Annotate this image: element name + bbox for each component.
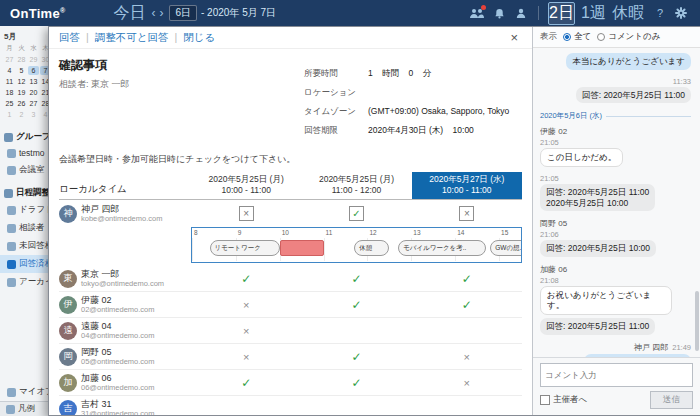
scrollbar[interactable]	[695, 50, 699, 355]
mini-calendar-day[interactable]: 28	[16, 55, 27, 64]
meeting-fields: 所要時間1 時間 0 分ロケーションタイムゾーン(GMT+09:00) Osak…	[304, 68, 522, 144]
range-start-button[interactable]: 6日	[169, 5, 197, 21]
today-button[interactable]: 今日	[113, 3, 145, 24]
mini-calendar-day[interactable]: 26	[16, 99, 27, 108]
comments-filter-bar: 表示 全て コメントのみ	[533, 27, 700, 48]
chat-message: 本当にありがとうございます	[540, 53, 691, 73]
to-organizer-checkbox[interactable]: 主催者へ	[540, 394, 587, 406]
mini-calendar-day[interactable]: 27	[4, 55, 15, 64]
field-label: 所要時間	[304, 68, 368, 80]
view-switcher: 2日1週休暇	[545, 2, 647, 25]
slot-header[interactable]: 2020年5月27日 (水)10:00 - 11:00	[412, 172, 522, 199]
check-mark: ✓	[191, 376, 301, 390]
chat-time: 21:05	[540, 138, 559, 147]
chat-author: 加藤 06	[540, 264, 567, 275]
user-icon[interactable]	[513, 5, 529, 21]
notification-badge	[481, 5, 486, 10]
help-button[interactable]: ?	[657, 7, 663, 19]
close-icon[interactable]: ×	[504, 29, 524, 46]
attendee-name: 加藤 06	[81, 373, 154, 383]
group-member-icon	[7, 149, 16, 158]
avatar: 加	[59, 374, 77, 392]
archive-icon	[7, 278, 16, 287]
answer-checkbox[interactable]: ×	[239, 206, 254, 221]
attendee-info: 東東京 一郎tokyo@ontimedemo.com	[59, 269, 191, 288]
mini-calendar-day[interactable]: 2	[16, 110, 27, 119]
field-label: ロケーション	[304, 87, 368, 99]
topbar: OnTime® 今日 ‹ › 6日 - 2020年 5月 7日	[0, 0, 700, 26]
attendee-rows: 東東京 一郎tokyo@ontimedemo.com✓✓✓伊伊藤 0202@on…	[59, 266, 522, 415]
calendar-event-pill: 休憩	[354, 240, 389, 256]
cross-mark: ×	[191, 299, 301, 311]
mini-calendar-day[interactable]: 19	[16, 88, 27, 97]
bell-icon[interactable]	[491, 5, 507, 21]
mini-calendar-day[interactable]: 20	[28, 88, 39, 97]
attendee-email: kobe@ontimedemo.com	[81, 214, 162, 223]
check-mark: ✓	[301, 376, 411, 390]
prev-day-button[interactable]: ‹	[151, 6, 155, 20]
field-row: 所要時間1 時間 0 分	[304, 68, 522, 80]
comment-input[interactable]	[540, 363, 693, 387]
filter-comments-only-radio[interactable]: コメントのみ	[597, 31, 660, 43]
next-day-button[interactable]: ›	[159, 6, 163, 20]
send-button[interactable]: 送信	[650, 391, 693, 409]
cross-mark: ×	[191, 351, 301, 363]
mini-calendar-day[interactable]: 25	[4, 99, 15, 108]
comments-thread: 本当にありがとうございます11:33回答: 2020年5月25日 11:0020…	[533, 48, 700, 357]
attendee-row: 加加藤 0606@ontimedemo.com✓✓×	[59, 370, 522, 396]
attendee-row: 吉吉村 3131@ontimedemo.com	[59, 396, 522, 415]
chat-bubble: 回答: 2020年5月25日 11:00	[540, 318, 655, 335]
mini-calendar-day[interactable]: 13	[28, 77, 39, 86]
attendee-name: 東京 一郎	[81, 269, 164, 279]
field-row: タイムゾーン(GMT+09:00) Osaka, Sapporo, Tokyo	[304, 106, 522, 118]
consulter-icon	[7, 224, 16, 233]
slot-date: 2020年5月27日 (水)	[412, 174, 522, 185]
topbar-divider	[538, 6, 539, 20]
dialog-toolbar: 回答|調整不可と回答|閉じる	[49, 27, 532, 49]
answer-checkbox[interactable]: ×	[459, 206, 474, 221]
my-answer-row: 神神戸 四郎kobe@ontimedemo.com×✓×	[59, 200, 522, 227]
slot-date: 2020年5月25日 (月)	[301, 174, 411, 185]
attendee-email: 04@ontimedemo.com	[81, 331, 154, 340]
settings-gear-icon[interactable]	[673, 5, 689, 21]
check-mark: ✓	[412, 298, 522, 312]
mini-calendar-day[interactable]: 3	[28, 110, 39, 119]
timeline-hour-label: 10	[280, 229, 289, 236]
brand-text: OnTime	[10, 6, 60, 21]
attendee-email: tokyo@ontimedemo.com	[81, 279, 164, 288]
mini-calendar-day[interactable]: 6	[28, 66, 39, 75]
availability-timeline: 89101112131415リモートワーク休憩モバイルワークを考..GWの想..	[191, 227, 522, 263]
chat-author: 神戸 四郎	[634, 342, 668, 353]
draft-icon	[7, 206, 16, 215]
group-icon	[4, 133, 13, 142]
slot-header[interactable]: 2020年5月25日 (月)11:00 - 12:00	[301, 172, 411, 199]
filter-all-radio[interactable]: 全て	[563, 31, 591, 43]
mini-calendar-day[interactable]: 5	[16, 66, 27, 75]
compose-footer: 主催者へ 送信	[540, 391, 693, 409]
view-1week-button[interactable]: 1週	[581, 3, 606, 24]
reply-button[interactable]: 回答	[59, 31, 80, 43]
mini-calendar-day[interactable]: 18	[4, 88, 15, 97]
timeline-gridline	[192, 238, 193, 261]
avatar: 伊	[59, 296, 77, 314]
mini-calendar-day[interactable]: 11	[4, 77, 15, 86]
weekday-label: 月	[4, 44, 15, 53]
mini-calendar-day[interactable]: 12	[16, 77, 27, 86]
view-vacation-button[interactable]: 休暇	[612, 3, 644, 24]
reply-unavailable-button[interactable]: 調整不可と回答	[95, 31, 169, 43]
chat-time: 21:08	[540, 276, 559, 285]
answer-checkbox[interactable]: ✓	[349, 206, 364, 221]
close-dialog-button[interactable]: 閉じる	[183, 31, 215, 43]
instruction-note: 会議希望日時・参加可能日時にチェックをつけて下さい。	[59, 153, 522, 166]
mini-calendar-day[interactable]: 27	[28, 99, 39, 108]
mini-calendar-day[interactable]: 4	[4, 66, 15, 75]
consultation-dialog: 回答|調整不可と回答|閉じる × 確認事項 相談者: 東京 一郎 所要時間1 時…	[48, 26, 700, 416]
mini-calendar-day[interactable]: 1	[4, 110, 15, 119]
attendee-email: 02@ontimedemo.com	[81, 305, 154, 314]
avatar: 岡	[59, 348, 77, 366]
view-2day-button[interactable]: 2日	[548, 2, 575, 25]
mini-calendar-day[interactable]: 29	[28, 55, 39, 64]
slot-header[interactable]: 2020年5月25日 (月)10:00 - 11:00	[191, 172, 301, 199]
people-icon[interactable]	[469, 5, 485, 21]
scrollbar-thumb[interactable]	[695, 291, 699, 351]
